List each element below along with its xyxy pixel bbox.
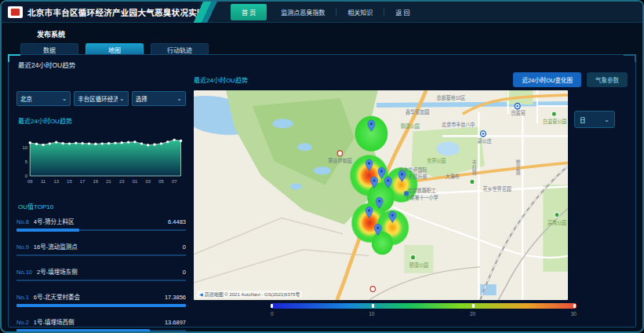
value-bar — [16, 229, 186, 232]
legend-marker — [271, 304, 273, 308]
list-item[interactable]: No.9 16号-流动监测点 0 — [16, 239, 186, 262]
map-label: 花乡世界名园 — [483, 185, 511, 192]
left-sidebar: 北京 ⌄ 丰台区循环经济产 ⌄ 选择 ⌄ 最近24小时OU趋势 — [16, 72, 186, 322]
top-bar: 北京市丰台区循环经济产业园大气恶臭状况实时 首 页 监测点恶臭指数 相关知识 返… — [2, 2, 642, 23]
poi-icon — [370, 287, 375, 292]
trend-area — [30, 140, 180, 176]
district-select[interactable]: 丰台区循环经济产 ⌄ — [74, 91, 128, 106]
publish-system-title: 发布系统 — [37, 29, 642, 39]
legend-marker — [472, 304, 475, 308]
nav-knowledge[interactable]: 相关知识 — [337, 4, 384, 20]
value-bar — [16, 279, 186, 282]
rank-label: No.8 — [16, 218, 29, 225]
svg-text:21: 21 — [106, 180, 111, 185]
svg-text:01: 01 — [133, 180, 138, 185]
list-item[interactable]: No.8 4号-筛分上料区 6.4483 — [16, 214, 186, 236]
svg-text:10: 10 — [22, 145, 27, 150]
heatmap-map[interactable]: 翠谷伊甸园 御康公园 总部基地10区 鑫华双加园 北京市丰台八中 世界公园 北京… — [194, 90, 568, 300]
y-axis-ticks: 0510 — [22, 145, 27, 178]
list-item[interactable]: No.1 6号-北天堂村委会 17.3856 — [16, 289, 186, 312]
svg-text:07: 07 — [172, 180, 177, 185]
map-section: 最近24小时OU趋势 近24小时OU变化图 气象参数 — [194, 72, 628, 322]
ou-value: 17.3856 — [165, 294, 186, 301]
map-label: 总部基地10区 — [436, 94, 465, 101]
road-label: 樊羊路 — [515, 159, 521, 176]
park-area-south — [404, 245, 433, 273]
map-label: 翠谷伊甸园 — [328, 157, 351, 164]
map-side-panel: 日 ⌄ — [574, 90, 628, 300]
weather-params-button[interactable]: 气象参数 — [587, 72, 628, 87]
svg-text:09: 09 — [27, 180, 33, 185]
station-name: 16号-流动监测点 — [34, 242, 78, 251]
ou-value: 13.6897 — [165, 319, 186, 326]
road-label: 丰科路 — [471, 159, 478, 176]
legend-tick: 0 — [271, 311, 274, 317]
map-label: 御康公园 — [401, 123, 420, 130]
interval-select[interactable]: 日 ⌄ — [574, 111, 615, 128]
dashboard-window: 北京市丰台区循环经济产业园大气恶臭状况实时 首 页 监测点恶臭指数 相关知识 返… — [0, 0, 644, 333]
svg-text:15: 15 — [67, 180, 72, 185]
legend-tick: 30 — [571, 311, 577, 317]
map-label: 大瀑布 — [446, 173, 460, 180]
park-pond — [314, 166, 331, 174]
map-label: 颐康公园 — [409, 262, 428, 269]
ou-value: 6.4483 — [168, 218, 186, 225]
list-item[interactable]: No.10 2号-填埋场东侧 0 — [16, 264, 186, 287]
nav-station-index[interactable]: 监测点恶臭指数 — [270, 4, 336, 20]
park-icon — [551, 112, 556, 116]
app-title: 北京市丰台区循环经济产业园大气恶臭状况实时 — [27, 6, 206, 18]
ou-color-legend: 0 10 20 30 — [194, 303, 628, 322]
svg-text:11: 11 — [41, 180, 45, 185]
autonavi-logo-icon: ◀ — [199, 291, 203, 297]
legend-gradient-bar — [271, 303, 577, 309]
park-pond — [297, 143, 312, 151]
legend-tick: 20 — [470, 311, 475, 317]
nav-back[interactable]: 返 回 — [384, 4, 420, 20]
trend-chart-title: 最近24小时OU趋势 — [18, 116, 186, 125]
map-label: 世界公园 — [427, 157, 446, 164]
chevron-down-icon: ⌄ — [62, 95, 67, 102]
main-panel: 最近24小时OU趋势 北京 ⌄ 丰台区循环经济产 ⌄ 选择 ⌄ — [8, 54, 636, 328]
city-select[interactable]: 北京 ⌄ — [16, 91, 71, 106]
nav-home[interactable]: 首 页 — [231, 4, 267, 20]
ou-value: 0 — [183, 243, 186, 251]
rank-label: No.10 — [16, 269, 32, 276]
rank-label: No.9 — [16, 243, 29, 251]
value-bar — [16, 329, 186, 332]
station-name: 1号-填埋场西侧 — [34, 317, 75, 326]
main-nav: 首 页 监测点恶臭指数 相关知识 返 回 — [199, 2, 642, 22]
park-icon — [555, 212, 559, 217]
list-item[interactable]: No.2 1号-填埋场西侧 13.6897 — [16, 314, 186, 333]
heatmap-blob — [371, 232, 393, 255]
brand: 北京市丰台区循环经济产业园大气恶臭状况实时 — [2, 2, 199, 22]
chevron-down-icon: ⌄ — [119, 95, 125, 102]
park-pond — [273, 119, 293, 128]
station-name: 6号-北天堂村委会 — [34, 292, 80, 301]
value-bar — [16, 304, 186, 307]
ou-trend-chart: 0510 091113151719212301030507 — [16, 126, 186, 192]
svg-text:03: 03 — [145, 180, 151, 185]
panel-title: 最近24小时OU趋势 — [18, 60, 628, 69]
svg-text:05: 05 — [158, 180, 164, 185]
map-label: 鑫华双加园 — [406, 108, 429, 115]
svg-text:19: 19 — [93, 180, 99, 185]
svg-text:23: 23 — [119, 180, 125, 185]
station-name: 4号-筛分上料区 — [34, 217, 75, 225]
ou-change-map-button[interactable]: 近24小时OU变化图 — [513, 72, 581, 87]
filter-selects: 北京 ⌄ 丰台区循环经济产 ⌄ 选择 ⌄ — [16, 91, 186, 106]
chevron-down-icon: ⌄ — [604, 116, 609, 123]
map-label: 北京铁路职工 — [408, 187, 436, 194]
diagonal-accent — [193, 2, 220, 23]
station-name: 2号-填埋场东侧 — [37, 267, 78, 276]
chevron-down-icon: ⌄ — [176, 95, 182, 102]
station-select[interactable]: 选择 ⌄ — [132, 91, 186, 106]
svg-text:0: 0 — [25, 174, 28, 178]
rank-label: No.1 — [16, 294, 29, 301]
poi-icon — [337, 151, 342, 156]
map-label: 高鹰公园 — [548, 218, 566, 225]
legend-marker — [573, 304, 576, 308]
map-section-title: 最近24小时OU趋势 — [194, 75, 248, 84]
map-copyright: ◀ 高德地图 © 2021 AutoNavi - GS(2021)6375号 — [197, 291, 302, 298]
map-label: 白盆窑公园 — [543, 118, 566, 125]
map-label: 白盆窑 — [511, 109, 526, 116]
